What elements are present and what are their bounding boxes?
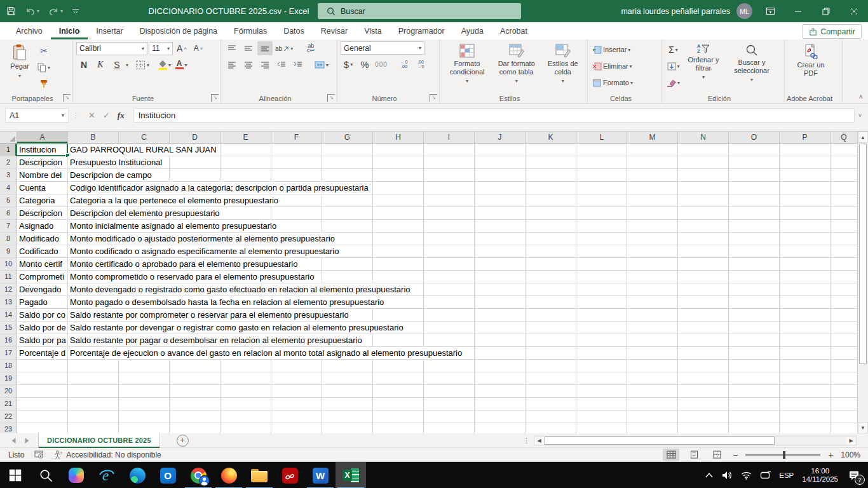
decrease-decimal-button[interactable]: ,00→0	[413, 57, 428, 71]
column-header-o[interactable]: O	[729, 132, 780, 143]
cell-A16[interactable]: Saldo por pa	[17, 334, 68, 346]
column-header-b[interactable]: B	[68, 132, 119, 143]
format-painter-button[interactable]	[36, 77, 51, 91]
column-header-j[interactable]: J	[475, 132, 526, 143]
row-header-23[interactable]: 23	[0, 423, 17, 433]
cell-B11[interactable]: Monto comprometido o reservado para el e…	[68, 271, 317, 283]
taskbar-internet-explorer-button[interactable]: e	[92, 462, 122, 488]
accessibility-status[interactable]: ? Accesibilidad: No disponible	[54, 451, 161, 459]
underline-dropdown[interactable]: ▾	[126, 62, 128, 68]
align-center-button[interactable]	[241, 58, 256, 72]
taskbar-acrobat-button[interactable]	[275, 462, 305, 488]
row-header-18[interactable]: 18	[0, 360, 17, 372]
cell-B1[interactable]: GAD PARROQUIAL RURAL SAN JUAN	[68, 144, 220, 156]
fill-color-button[interactable]: ▾	[157, 58, 172, 72]
column-header-a[interactable]: A	[17, 132, 68, 143]
sort-filter-button[interactable]: AZ Ordenar y filtrar ▾	[681, 41, 726, 82]
collapse-ribbon-button[interactable]: ˄	[859, 93, 863, 100]
wifi-icon[interactable]	[741, 471, 752, 480]
cell-A13[interactable]: Pagado	[17, 296, 68, 308]
orientation-button[interactable]: ab▾	[274, 41, 294, 55]
cell-styles-button[interactable]: Estilos de celda ▾	[542, 41, 584, 86]
clock[interactable]: 16:00 14/11/2025	[802, 467, 838, 484]
cancel-entry-icon[interactable]: ✕	[88, 111, 95, 120]
new-sheet-button[interactable]: +	[177, 435, 189, 447]
cell-B6[interactable]: Descripcion del elemento presupuestario	[68, 207, 223, 219]
number-dialog-launcher[interactable]: ↘	[430, 94, 437, 102]
comma-style-button[interactable]: 000	[374, 57, 389, 71]
copy-button[interactable]: ▾	[36, 60, 51, 74]
search-box[interactable]: Buscar	[318, 3, 521, 19]
font-dialog-launcher[interactable]: ↘	[211, 94, 219, 102]
cell-B13[interactable]: Monto pagado o desembolsado hasta la fec…	[68, 296, 387, 308]
cell-A17[interactable]: Porcentaje d	[17, 347, 68, 359]
sheet-next-icon[interactable]	[25, 438, 29, 444]
row-header-7[interactable]: 7	[0, 220, 17, 232]
vertical-scroll-thumb[interactable]	[859, 144, 867, 364]
tab-datos[interactable]: Datos	[275, 24, 313, 39]
alignment-dialog-launcher[interactable]: ↘	[327, 94, 335, 102]
row-header-11[interactable]: 11	[0, 271, 17, 283]
zoom-in-button[interactable]: +	[827, 450, 834, 460]
zoom-out-button[interactable]: −	[731, 450, 739, 460]
cell-A15[interactable]: Saldo por de	[17, 322, 68, 334]
clear-button[interactable]: ▾	[665, 76, 681, 90]
row-header-2[interactable]: 2	[0, 156, 17, 168]
row-header-13[interactable]: 13	[0, 296, 17, 308]
cell-B3[interactable]: Descripcion de campo	[68, 169, 155, 181]
normal-view-button[interactable]	[663, 449, 679, 461]
scroll-up-icon[interactable]: ▲	[858, 132, 868, 143]
select-all-corner[interactable]	[0, 132, 17, 143]
ribbon-display-options-button[interactable]	[756, 0, 784, 22]
format-as-table-button[interactable]: Dar formato como tabla ▾	[491, 41, 542, 86]
delete-cells-button[interactable]: Eliminar ▾	[591, 59, 634, 73]
row-header-9[interactable]: 9	[0, 245, 17, 257]
align-right-button[interactable]	[257, 58, 273, 72]
formula-input[interactable]: Institucion	[133, 108, 855, 123]
column-header-m[interactable]: M	[627, 132, 678, 143]
column-header-n[interactable]: N	[678, 132, 729, 143]
account-area[interactable]: maria lourdes peñafiel parrales ML	[621, 0, 752, 22]
taskbar-firefox-button[interactable]	[214, 462, 244, 488]
tab-revisar[interactable]: Revisar	[313, 24, 356, 39]
cell-B10[interactable]: Monto certificado o aprobado para el ele…	[68, 258, 301, 270]
conditional-formatting-button[interactable]: Formato condicional ▾	[443, 41, 491, 86]
cell-B4[interactable]: Codigo identificador asignado a la categ…	[68, 182, 372, 194]
tab-inicio[interactable]: Inicio	[51, 24, 88, 39]
cell-A4[interactable]: Cuenta	[17, 182, 68, 194]
zoom-slider[interactable]	[745, 451, 820, 459]
create-pdf-button[interactable]: Crear un PDF	[788, 41, 834, 77]
horizontal-scroll-thumb[interactable]	[545, 437, 775, 445]
clipboard-dialog-launcher[interactable]: ↘	[63, 94, 71, 102]
font-name-combo[interactable]: Calibri▾	[76, 42, 147, 55]
taskbar-search-button[interactable]	[31, 462, 61, 488]
increase-indent-button[interactable]	[290, 58, 306, 72]
cell-B15[interactable]: Saldo restante por devengar o registrar …	[68, 322, 407, 334]
percent-button[interactable]: %	[357, 57, 372, 71]
undo-dropdown[interactable]: ▾	[37, 8, 39, 14]
cell-A12[interactable]: Devengado	[17, 283, 68, 295]
minimize-button[interactable]	[784, 0, 812, 22]
taskbar-outlook-button[interactable]: O	[153, 462, 183, 488]
macro-record-icon[interactable]	[34, 451, 44, 459]
cell-A9[interactable]: Codificado	[17, 245, 68, 257]
scroll-down-icon[interactable]: ▼	[858, 422, 868, 433]
increase-decimal-button[interactable]: ←0,00	[397, 57, 412, 71]
insert-function-icon[interactable]: fx	[118, 111, 125, 121]
cell-A2[interactable]: Descripcion	[17, 156, 68, 168]
font-color-button[interactable]: A ▾	[173, 58, 189, 72]
column-header-q[interactable]: Q	[831, 132, 857, 143]
avatar[interactable]: ML	[736, 3, 752, 19]
page-layout-view-button[interactable]	[686, 449, 702, 461]
save-button[interactable]	[6, 6, 16, 16]
row-header-8[interactable]: 8	[0, 233, 17, 245]
cell-B8[interactable]: Monto modificado o ajustado posteriormen…	[68, 233, 338, 245]
cell-A6[interactable]: Descripcion	[17, 207, 68, 219]
close-button[interactable]	[840, 0, 868, 22]
hidden-icons-chevron-icon[interactable]	[705, 472, 714, 478]
find-select-button[interactable]: Buscar y seleccionar ▾	[726, 41, 778, 85]
row-header-19[interactable]: 19	[0, 372, 17, 384]
row-header-21[interactable]: 21	[0, 398, 17, 410]
font-size-combo[interactable]: 11▾	[149, 42, 173, 55]
scroll-right-icon[interactable]: ▶	[846, 437, 856, 445]
